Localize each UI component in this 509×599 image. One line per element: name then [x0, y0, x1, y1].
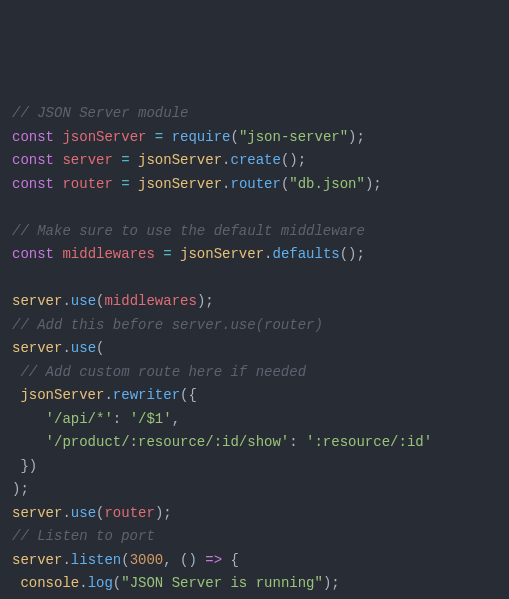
punct: ();	[281, 152, 306, 168]
function-call: log	[88, 575, 113, 591]
object: jsonServer	[138, 176, 222, 192]
identifier: middlewares	[62, 246, 154, 262]
object: console	[20, 575, 79, 591]
object: jsonServer	[180, 246, 264, 262]
string: '/$1'	[130, 411, 172, 427]
string: "JSON Server is running"	[121, 575, 323, 591]
punct: (	[121, 552, 129, 568]
punct: );	[155, 505, 172, 521]
punct: :	[113, 411, 121, 427]
punct: );	[197, 293, 214, 309]
punct: );	[12, 481, 29, 497]
code-editor[interactable]: // JSON Server module const jsonServer =…	[12, 102, 497, 599]
string: ':resource/:id'	[306, 434, 432, 450]
function-call: use	[71, 505, 96, 521]
comment: // Add this before server.use(router)	[12, 317, 323, 333]
function-call: rewriter	[113, 387, 180, 403]
string: "db.json"	[289, 176, 365, 192]
punct: , ()	[163, 552, 197, 568]
punct: );	[365, 176, 382, 192]
punct: ,	[172, 411, 180, 427]
string: '/product/:resource/:id/show'	[46, 434, 290, 450]
function-call: router	[230, 176, 280, 192]
keyword: const	[12, 176, 54, 192]
arrow: =>	[205, 552, 222, 568]
operator: =	[155, 129, 163, 145]
function-call: listen	[71, 552, 121, 568]
punct: (	[96, 340, 104, 356]
comment: // Make sure to use the default middlewa…	[12, 223, 365, 239]
identifier: server	[62, 152, 112, 168]
punct: {	[231, 552, 239, 568]
object: jsonServer	[20, 387, 104, 403]
identifier: jsonServer	[62, 129, 146, 145]
punct: );	[348, 129, 365, 145]
punct: })	[20, 458, 37, 474]
number: 3000	[130, 552, 164, 568]
comment: // Listen to port	[12, 528, 155, 544]
string: "json-server"	[239, 129, 348, 145]
punct: .	[62, 293, 70, 309]
punct: .	[62, 340, 70, 356]
comment: // JSON Server module	[12, 105, 188, 121]
punct: .	[104, 387, 112, 403]
keyword: const	[12, 129, 54, 145]
object: jsonServer	[138, 152, 222, 168]
punct: .	[62, 552, 70, 568]
identifier: router	[104, 505, 154, 521]
punct: (	[230, 129, 238, 145]
operator: =	[121, 152, 129, 168]
object: server	[12, 340, 62, 356]
object: server	[12, 505, 62, 521]
punct: .	[79, 575, 87, 591]
punct: ();	[340, 246, 365, 262]
punct: );	[323, 575, 340, 591]
punct: (	[113, 575, 121, 591]
object: server	[12, 552, 62, 568]
punct: .	[62, 505, 70, 521]
punct: :	[289, 434, 297, 450]
function-call: use	[71, 293, 96, 309]
keyword: const	[12, 246, 54, 262]
operator: =	[163, 246, 171, 262]
identifier: router	[62, 176, 112, 192]
identifier: middlewares	[104, 293, 196, 309]
punct: ({	[180, 387, 197, 403]
string: '/api/*'	[46, 411, 113, 427]
function-call: require	[172, 129, 231, 145]
object: server	[12, 293, 62, 309]
operator: =	[121, 176, 129, 192]
function-call: defaults	[272, 246, 339, 262]
comment: // Add custom route here if needed	[20, 364, 306, 380]
function-call: create	[230, 152, 280, 168]
keyword: const	[12, 152, 54, 168]
function-call: use	[71, 340, 96, 356]
